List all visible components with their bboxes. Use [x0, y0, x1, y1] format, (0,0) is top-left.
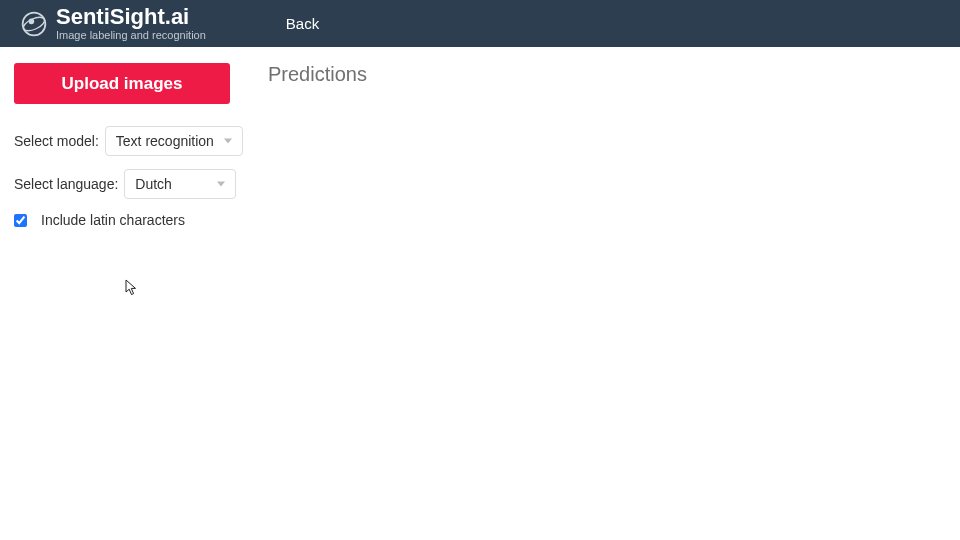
- select-model-value: Text recognition: [116, 133, 214, 149]
- select-language-dropdown[interactable]: Dutch: [124, 169, 236, 199]
- select-language-label: Select language:: [14, 176, 118, 192]
- mouse-cursor-icon: [125, 279, 139, 301]
- predictions-title: Predictions: [268, 63, 950, 86]
- include-latin-checkbox[interactable]: [14, 214, 27, 227]
- brand-logo-icon: [20, 10, 48, 38]
- chevron-down-icon: [224, 139, 232, 144]
- upload-images-button[interactable]: Upload images: [14, 63, 230, 104]
- app-header: SentiSight.ai Image labeling and recogni…: [0, 0, 960, 47]
- brand-block[interactable]: SentiSight.ai Image labeling and recogni…: [20, 6, 206, 41]
- select-model-label: Select model:: [14, 133, 99, 149]
- include-latin-row: Include latin characters: [14, 212, 254, 228]
- select-model-dropdown[interactable]: Text recognition: [105, 126, 243, 156]
- main-panel: Predictions: [254, 63, 950, 228]
- brand-name: SentiSight.ai: [56, 6, 206, 28]
- sidebar: Upload images Select model: Text recogni…: [14, 63, 254, 228]
- select-language-value: Dutch: [135, 176, 172, 192]
- language-row: Select language: Dutch: [14, 169, 254, 199]
- back-link[interactable]: Back: [286, 15, 319, 32]
- chevron-down-icon: [217, 182, 225, 187]
- brand-tagline: Image labeling and recognition: [56, 30, 206, 41]
- svg-point-2: [29, 18, 35, 24]
- include-latin-label: Include latin characters: [41, 212, 185, 228]
- model-row: Select model: Text recognition: [14, 126, 254, 156]
